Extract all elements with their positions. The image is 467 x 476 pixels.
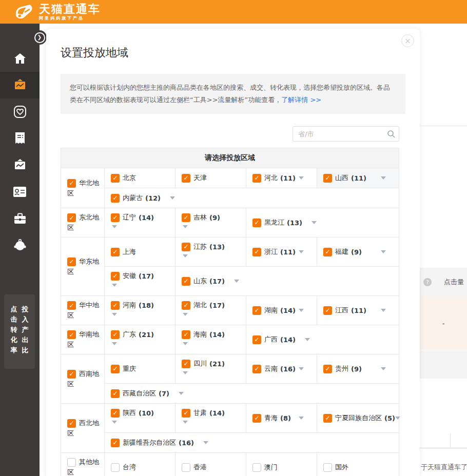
checkbox[interactable]: ✓ (182, 243, 190, 251)
chevron-down-icon[interactable] (299, 417, 304, 420)
sidebar-item-favorites[interactable] (0, 98, 40, 125)
province-checkbox-label[interactable]: ✓甘肃(14) (182, 408, 225, 418)
checkbox[interactable]: ✓ (323, 365, 332, 373)
sidebar-expand-toggle[interactable]: ❯ (32, 30, 47, 45)
checkbox[interactable]: ✓ (111, 301, 120, 310)
checkbox[interactable]: ✓ (67, 257, 76, 266)
checkbox[interactable] (252, 463, 261, 472)
chevron-down-icon[interactable] (234, 280, 239, 283)
checkbox[interactable]: ✓ (182, 360, 190, 368)
sidebar-item-home[interactable] (0, 45, 40, 72)
checkbox[interactable]: ✓ (67, 419, 76, 428)
checkbox[interactable]: ✓ (252, 248, 261, 256)
region-checkbox-label[interactable]: 其他地区 (67, 457, 99, 476)
province-checkbox-label[interactable]: ✓内蒙古(12) (111, 193, 161, 203)
checkbox[interactable]: ✓ (111, 365, 120, 373)
checkbox[interactable] (323, 463, 332, 472)
checkbox[interactable]: ✓ (67, 213, 76, 222)
chevron-down-icon[interactable] (203, 441, 208, 444)
checkbox[interactable]: ✓ (67, 330, 76, 339)
region-checkbox-label[interactable]: ✓华北地区 (67, 178, 99, 199)
checkbox[interactable]: ✓ (323, 306, 332, 315)
province-checkbox-label[interactable]: 国外 (323, 463, 348, 472)
checkbox[interactable]: ✓ (323, 248, 332, 256)
checkbox[interactable]: ✓ (182, 174, 190, 183)
province-checkbox-label[interactable]: ✓安徽(17) (111, 271, 154, 281)
checkbox[interactable]: ✓ (252, 365, 261, 373)
learn-more-link[interactable]: 了解详情 >> (281, 96, 321, 104)
chevron-down-icon[interactable] (112, 225, 117, 228)
province-checkbox-label[interactable]: 香港 (182, 463, 207, 472)
chevron-down-icon[interactable] (381, 367, 386, 370)
checkbox[interactable]: ✓ (67, 301, 76, 310)
chevron-down-icon[interactable] (183, 421, 188, 424)
chevron-down-icon[interactable] (312, 221, 317, 224)
region-checkbox-label[interactable]: ✓东北地区 (67, 212, 99, 233)
checkbox[interactable]: ✓ (111, 194, 120, 203)
province-checkbox-label[interactable]: ✓广西(14) (252, 335, 296, 344)
chevron-down-icon[interactable] (183, 225, 188, 228)
chevron-down-icon[interactable] (299, 309, 304, 312)
region-checkbox-label[interactable]: ✓西南地区 (67, 369, 99, 389)
checkbox[interactable]: ✓ (252, 174, 261, 183)
chevron-down-icon[interactable] (112, 284, 117, 287)
checkbox[interactable]: ✓ (111, 409, 120, 418)
province-checkbox-label[interactable]: ✓海南(14) (182, 330, 225, 339)
chevron-down-icon[interactable] (299, 176, 304, 180)
checkbox[interactable]: ✓ (182, 301, 190, 310)
province-checkbox-label[interactable]: ✓西藏自治区(7) (111, 389, 169, 398)
checkbox[interactable]: ✓ (252, 335, 261, 344)
chevron-down-icon[interactable] (183, 371, 188, 374)
checkbox[interactable] (111, 463, 120, 472)
sidebar-item-report[interactable] (0, 125, 40, 152)
search-icon[interactable] (387, 130, 395, 140)
province-checkbox-label[interactable]: ✓黑龙江(13) (252, 218, 302, 227)
checkbox[interactable]: ✓ (111, 248, 120, 256)
chevron-down-icon[interactable] (381, 176, 386, 180)
close-icon[interactable]: × (401, 34, 414, 47)
region-checkbox-label[interactable]: ✓华中地区 (67, 300, 99, 321)
checkbox[interactable]: ✓ (67, 370, 76, 379)
province-checkbox-label[interactable]: ✓福建(9) (323, 247, 362, 256)
checkbox[interactable] (182, 463, 190, 472)
province-checkbox-label[interactable]: ✓重庆 (111, 364, 136, 373)
province-checkbox-label[interactable]: ✓新疆维吾尔自治区(16) (111, 438, 194, 447)
background-clicks-column-header[interactable]: ? 点击量 (420, 268, 467, 296)
chevron-down-icon[interactable] (112, 421, 117, 424)
province-checkbox-label[interactable]: ✓四川(21) (182, 359, 225, 368)
chevron-down-icon[interactable] (299, 367, 304, 370)
province-checkbox-label[interactable]: ✓湖南(14) (252, 306, 296, 315)
province-checkbox-label[interactable]: ✓青海(8) (252, 413, 291, 423)
checkbox[interactable]: ✓ (252, 306, 261, 315)
sidebar-item-idcard[interactable] (0, 179, 40, 205)
checkbox[interactable]: ✓ (182, 330, 190, 339)
province-search-input[interactable] (293, 126, 399, 142)
checkbox[interactable]: ✓ (182, 213, 190, 222)
province-checkbox-label[interactable]: ✓贵州(9) (323, 364, 362, 373)
checkbox[interactable]: ✓ (111, 272, 120, 281)
checkbox[interactable]: ✓ (111, 330, 120, 339)
chevron-down-icon[interactable] (183, 313, 188, 316)
sidebar-item-community[interactable] (0, 232, 40, 259)
help-icon[interactable]: ? (423, 278, 432, 286)
brand-logo[interactable]: 天猫直通车 阿里妈妈旗下产品 (13, 3, 101, 21)
province-checkbox-label[interactable]: ✓天津 (182, 173, 207, 183)
region-checkbox-label[interactable]: ✓西北地区 (67, 418, 99, 439)
province-checkbox-label[interactable]: 台湾 (111, 463, 136, 472)
chevron-down-icon[interactable] (395, 417, 400, 420)
province-checkbox-label[interactable]: ✓江苏(13) (182, 242, 225, 251)
checkbox[interactable]: ✓ (252, 414, 261, 423)
sidebar-item-briefcase[interactable] (0, 205, 40, 232)
chevron-down-icon[interactable] (299, 250, 304, 253)
chevron-down-icon[interactable] (183, 342, 188, 345)
province-checkbox-label[interactable]: ✓江西(11) (323, 306, 366, 315)
chevron-down-icon[interactable] (179, 392, 184, 395)
chevron-down-icon[interactable] (305, 338, 310, 341)
checkbox[interactable]: ✓ (111, 389, 120, 398)
region-checkbox-label[interactable]: ✓华南地区 (67, 329, 99, 350)
chevron-down-icon[interactable] (112, 313, 117, 316)
chevron-down-icon[interactable] (112, 342, 117, 345)
province-checkbox-label[interactable]: ✓吉林(9) (182, 213, 220, 222)
sidebar-item-campaign[interactable] (0, 72, 40, 98)
checkbox[interactable]: ✓ (182, 409, 190, 418)
